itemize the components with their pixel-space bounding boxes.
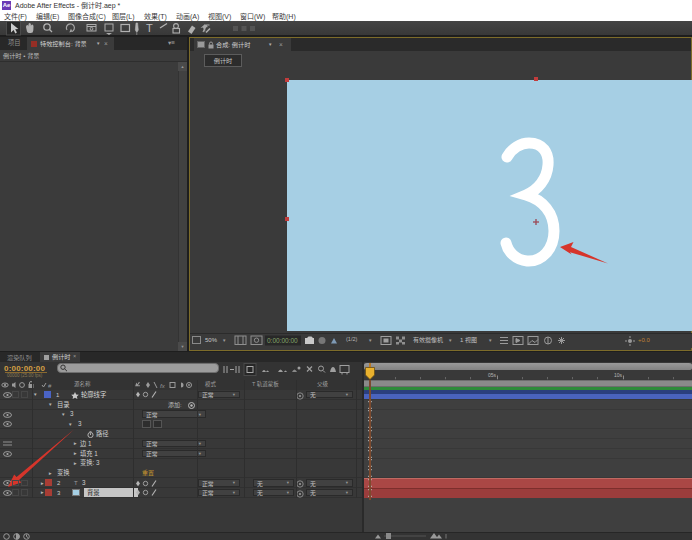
- svg-text:#: #: [48, 383, 52, 389]
- svg-text:fx: fx: [160, 383, 166, 389]
- svg-text:T: T: [146, 22, 153, 34]
- svg-text:0:00:00:00: 0:00:00:00: [267, 337, 298, 344]
